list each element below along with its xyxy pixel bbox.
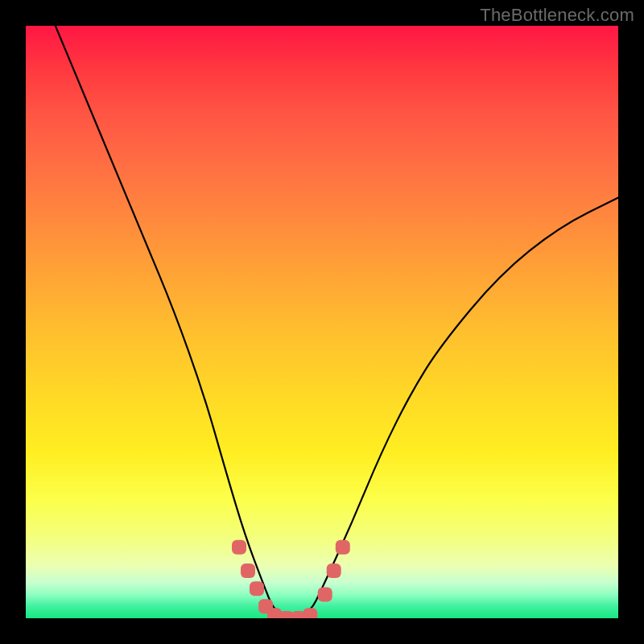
highlight-dot bbox=[318, 588, 332, 602]
highlight-dot bbox=[241, 564, 255, 578]
highlight-dot bbox=[250, 581, 264, 596]
highlight-dot bbox=[303, 608, 317, 618]
highlight-dot bbox=[232, 540, 246, 555]
plot-area bbox=[26, 26, 618, 618]
bottleneck-curve bbox=[56, 26, 618, 617]
watermark-text: TheBottleneck.com bbox=[480, 5, 634, 26]
curve-svg bbox=[26, 26, 618, 618]
highlight-points bbox=[232, 540, 350, 618]
highlight-dot bbox=[336, 540, 350, 555]
chart-frame: TheBottleneck.com bbox=[0, 0, 644, 644]
highlight-dot bbox=[327, 564, 341, 578]
